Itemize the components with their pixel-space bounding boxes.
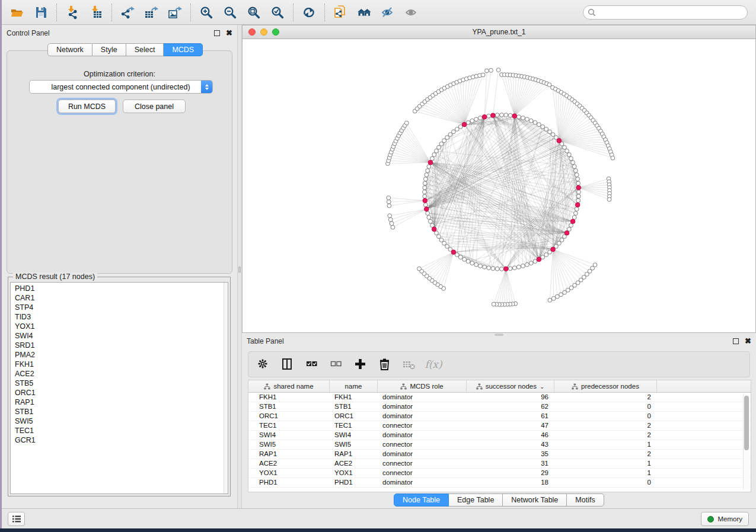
table-float-window-icon[interactable] xyxy=(733,338,739,344)
network-node[interactable] xyxy=(452,130,456,134)
tab-network[interactable]: Network xyxy=(47,43,92,56)
cell-name[interactable]: SWI4 xyxy=(330,431,378,440)
network-node[interactable] xyxy=(432,153,436,157)
network-node[interactable] xyxy=(445,245,449,249)
table-scrollbar-thumb[interactable] xyxy=(744,396,749,450)
cell-successor-nodes[interactable]: 18 xyxy=(467,478,554,487)
table-row[interactable]: SWI5SWI5connector431 xyxy=(248,440,751,450)
network-node[interactable] xyxy=(487,114,491,118)
mcds-hub-node[interactable] xyxy=(504,267,509,271)
network-node[interactable] xyxy=(572,216,576,220)
satellite-node[interactable] xyxy=(388,217,393,222)
cell-successor-nodes[interactable]: 61 xyxy=(467,412,554,421)
export-table-icon[interactable] xyxy=(141,2,161,23)
cell-shared-name[interactable]: ORC1 xyxy=(248,412,330,421)
satellite-node[interactable] xyxy=(404,121,409,125)
mcds-result-item[interactable]: PMA2 xyxy=(11,350,228,360)
column-header-MCDS-role[interactable]: MCDS role xyxy=(378,380,467,392)
mcds-hub-node[interactable] xyxy=(423,198,428,203)
cell-predecessor-nodes[interactable]: 0 xyxy=(554,478,657,487)
satellite-node[interactable] xyxy=(489,68,493,72)
table-row[interactable]: SWI4SWI4dominator462 xyxy=(248,431,751,440)
cell-successor-nodes[interactable]: 62 xyxy=(467,402,554,411)
network-node[interactable] xyxy=(541,125,545,129)
column-header-successor-nodes[interactable]: successor nodes⌄ xyxy=(467,380,554,392)
satellite-node[interactable] xyxy=(551,296,556,300)
import-network-icon[interactable] xyxy=(62,2,82,23)
network-node[interactable] xyxy=(437,235,441,239)
network-node[interactable] xyxy=(576,194,580,198)
cell-shared-name[interactable]: SWI4 xyxy=(248,431,330,440)
cell-name[interactable]: FKH1 xyxy=(330,393,378,402)
network-node[interactable] xyxy=(423,185,427,190)
cell-shared-name[interactable]: PHD1 xyxy=(248,478,330,487)
birds-eye-view-icon[interactable] xyxy=(401,2,422,23)
hide-graphics-details-icon[interactable] xyxy=(378,2,398,23)
mcds-result-item[interactable]: ACE2 xyxy=(11,369,228,379)
network-node[interactable] xyxy=(517,115,521,119)
network-node[interactable] xyxy=(487,266,491,270)
cell-MCDS-role[interactable]: dominator xyxy=(378,393,467,402)
cell-successor-nodes[interactable]: 96 xyxy=(467,393,554,402)
mcds-result-item[interactable]: PHD1 xyxy=(11,284,228,293)
mcds-result-item[interactable]: YOX1 xyxy=(11,322,228,331)
panel-split-divider[interactable] xyxy=(237,25,242,508)
cell-MCDS-role[interactable]: connector xyxy=(378,469,467,477)
cell-name[interactable]: YOX1 xyxy=(330,469,378,477)
cell-name[interactable]: PHD1 xyxy=(330,478,378,487)
network-node[interactable] xyxy=(437,145,441,149)
cell-name[interactable]: ORC1 xyxy=(330,412,378,421)
network-node[interactable] xyxy=(430,156,435,161)
cell-successor-nodes[interactable]: 47 xyxy=(467,421,554,430)
zoom-selected-icon[interactable] xyxy=(267,2,288,23)
satellite-node[interactable] xyxy=(387,196,391,200)
table-row[interactable]: YOX1YOX1connector291 xyxy=(248,469,751,478)
network-node[interactable] xyxy=(521,116,525,120)
network-node[interactable] xyxy=(551,133,555,137)
export-network-icon[interactable] xyxy=(117,2,138,23)
mcds-hub-node[interactable] xyxy=(537,257,541,262)
satellite-node[interactable] xyxy=(387,200,391,204)
network-node[interactable] xyxy=(508,267,512,271)
cell-name[interactable]: TEC1 xyxy=(330,421,378,430)
open-session-icon[interactable] xyxy=(7,2,27,23)
optimization-criterion-select[interactable]: largest connected component (undirected) xyxy=(29,80,213,94)
cell-successor-nodes[interactable]: 29 xyxy=(467,469,554,477)
satellite-node[interactable] xyxy=(391,225,395,229)
cell-MCDS-role[interactable]: connector xyxy=(378,440,467,449)
network-node[interactable] xyxy=(557,241,562,245)
network-node[interactable] xyxy=(575,173,579,177)
satellite-node[interactable] xyxy=(556,294,560,299)
network-node[interactable] xyxy=(521,264,525,268)
save-session-icon[interactable] xyxy=(31,2,51,23)
network-node[interactable] xyxy=(533,121,537,125)
mcds-hub-node[interactable] xyxy=(451,250,456,255)
cell-shared-name[interactable]: SWI5 xyxy=(248,440,330,449)
mcds-result-item[interactable]: SWI4 xyxy=(11,331,228,341)
column-header-name[interactable]: name xyxy=(330,380,378,392)
network-node[interactable] xyxy=(491,267,495,271)
add-column-icon[interactable] xyxy=(353,357,368,372)
mcds-hub-node[interactable] xyxy=(551,247,556,252)
cell-successor-nodes[interactable]: 46 xyxy=(467,431,554,440)
network-node[interactable] xyxy=(544,253,548,257)
network-node[interactable] xyxy=(525,117,529,121)
network-node[interactable] xyxy=(474,117,479,121)
cell-shared-name[interactable]: FKH1 xyxy=(248,393,330,402)
network-node[interactable] xyxy=(495,267,499,271)
cell-shared-name[interactable]: STB1 xyxy=(248,402,330,411)
cell-name[interactable]: STB1 xyxy=(330,402,378,411)
network-node[interactable] xyxy=(517,265,521,269)
cell-shared-name[interactable]: YOX1 xyxy=(248,469,330,477)
network-node[interactable] xyxy=(567,153,571,157)
table-row[interactable]: ORC1ORC1dominator610 xyxy=(248,412,751,421)
mcds-hub-node[interactable] xyxy=(512,114,517,118)
satellite-node[interactable] xyxy=(548,298,552,302)
tab-mcds[interactable]: MCDS xyxy=(164,43,203,56)
mcds-hub-node[interactable] xyxy=(462,122,467,127)
network-node[interactable] xyxy=(529,261,533,265)
deselect-all-icon[interactable] xyxy=(328,357,344,372)
table-row[interactable]: TEC1TEC1connector472 xyxy=(248,421,751,431)
mcds-result-item[interactable]: ORC1 xyxy=(11,388,228,398)
cell-shared-name[interactable]: RAP1 xyxy=(248,450,330,459)
